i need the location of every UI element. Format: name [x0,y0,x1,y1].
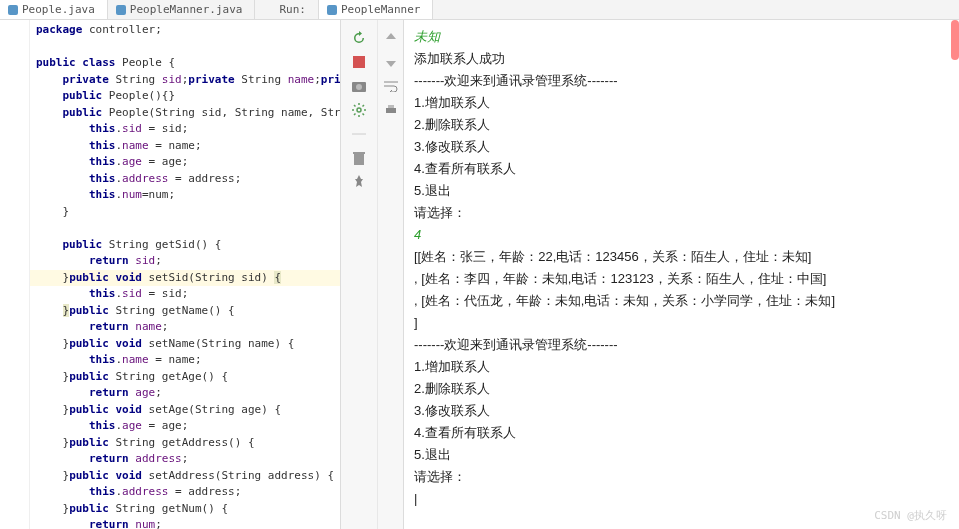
tab-label: PeopleManner [341,3,420,16]
console-toolbar [378,20,404,529]
editor-tabs: People.java PeopleManner.java Run: Peopl… [0,0,959,20]
trash-icon[interactable] [351,150,367,166]
menu-item: 2.删除联系人 [414,114,949,136]
menu-item: 3.修改联系人 [414,400,949,422]
data-line: [[姓名：张三，年龄：22,电话：123456，关系：陌生人，住址：未知] [414,246,949,268]
scrollbar-indicator[interactable] [951,20,959,60]
prev-input: 未知 [414,26,949,48]
menu-item: 5.退出 [414,180,949,202]
settings-icon[interactable] [351,102,367,118]
data-line: , [姓名：李四，年龄：未知,电话：123123，关系：陌生人，住址：中国] [414,268,949,290]
tab-label: People.java [22,3,95,16]
output-line: -------欢迎来到通讯录管理系统------- [414,334,949,356]
svg-rect-7 [386,108,396,113]
svg-rect-0 [353,56,365,68]
file-icon [8,5,18,15]
code-editor[interactable]: package controller; public class People … [30,20,340,529]
camera-icon[interactable] [351,78,367,94]
up-icon[interactable] [383,30,399,46]
prompt: 请选择： [414,466,949,488]
divider-icon [351,126,367,142]
rerun-icon[interactable] [351,30,367,46]
run-toolbar [340,20,378,529]
menu-item: 1.增加联系人 [414,356,949,378]
pin-icon[interactable] [351,174,367,190]
menu-item: 1.增加联系人 [414,92,949,114]
down-icon[interactable] [383,54,399,70]
data-line: ] [414,312,949,334]
console-output[interactable]: 未知 添加联系人成功 -------欢迎来到通讯录管理系统------- 1.增… [404,20,959,529]
file-icon [116,5,126,15]
menu-item: 3.修改联系人 [414,136,949,158]
wrap-icon[interactable] [383,78,399,94]
tab-people-java[interactable]: People.java [0,0,108,19]
tab-people-manner-java[interactable]: PeopleManner.java [108,0,256,19]
menu-item: 4.查看所有联系人 [414,158,949,180]
editor-pane: package controller; public class People … [0,20,340,529]
cursor: | [414,488,949,510]
data-line: , [姓名：代伍龙，年龄：未知,电话：未知，关系：小学同学，住址：未知] [414,290,949,312]
svg-rect-8 [388,105,394,108]
output-line: 添加联系人成功 [414,48,949,70]
run-config-tab[interactable]: PeopleManner [319,0,433,19]
run-panel-label: Run: [271,0,319,19]
menu-item: 2.删除联系人 [414,378,949,400]
file-icon [327,5,337,15]
watermark: CSDN @执久呀 [874,508,947,523]
output-line: -------欢迎来到通讯录管理系统------- [414,70,949,92]
print-icon[interactable] [383,102,399,118]
svg-point-3 [357,108,361,112]
menu-item: 4.查看所有联系人 [414,422,949,444]
line-gutter [0,20,30,529]
svg-rect-6 [353,152,365,154]
stop-icon[interactable] [351,54,367,70]
tab-label: PeopleManner.java [130,3,243,16]
user-input: 4 [414,224,949,246]
menu-item: 5.退出 [414,444,949,466]
svg-point-2 [356,84,362,90]
svg-rect-5 [354,154,364,165]
prompt: 请选择： [414,202,949,224]
